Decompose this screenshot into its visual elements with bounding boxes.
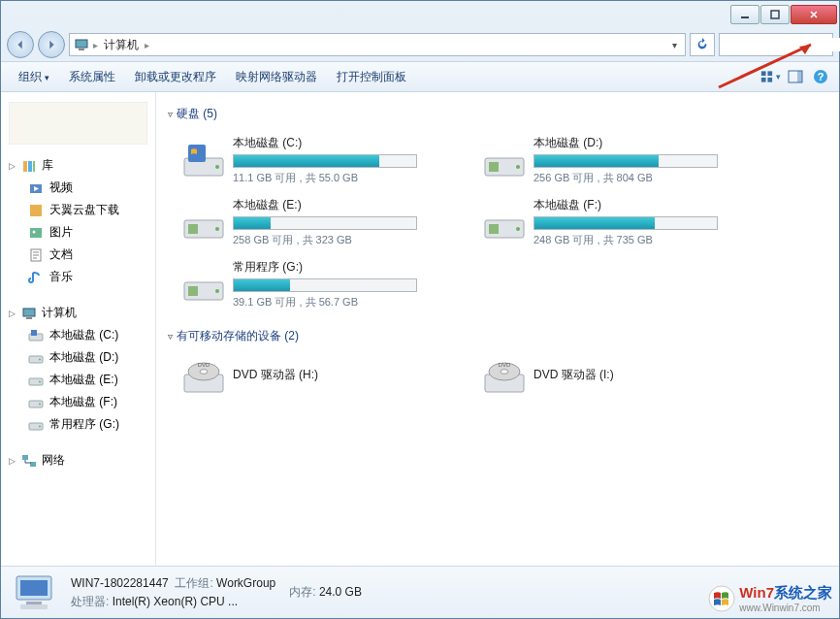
content-pane: ▿ 硬盘 (5) 本地磁盘 (C:) 11.1 GB 可用 , 共 55.0 G…: [156, 92, 839, 566]
svg-rect-61: [26, 602, 42, 604]
library-item-icon: [28, 225, 44, 241]
favorites-placeholder: [9, 102, 147, 145]
sidebar-libraries-label: 库: [42, 157, 53, 174]
svg-text:DVD: DVD: [198, 362, 210, 368]
toolbar: 组织▾ 系统属性 卸载或更改程序 映射网络驱动器 打开控制面板 ▾ ?: [1, 61, 839, 92]
chevron-right-icon: ▸: [93, 40, 98, 50]
svg-rect-15: [33, 161, 35, 172]
breadcrumb-computer[interactable]: 计算机: [102, 37, 141, 53]
search-input[interactable]: [724, 38, 840, 51]
refresh-button[interactable]: [690, 33, 715, 56]
collapse-icon: ▿: [168, 331, 173, 342]
sidebar-drive-item[interactable]: 本地磁盘 (D:): [1, 346, 155, 369]
drive-icon: [28, 373, 44, 388]
svg-rect-40: [489, 162, 499, 172]
sidebar-library-item[interactable]: 天翼云盘下载: [1, 199, 155, 221]
svg-rect-8: [767, 78, 772, 82]
drive-item[interactable]: 常用程序 (G:) 39.1 GB 可用 , 共 56.7 GB: [179, 256, 451, 312]
group-header-hdd[interactable]: ▿ 硬盘 (5): [168, 106, 827, 122]
drive-item[interactable]: 本地磁盘 (F:) 248 GB 可用 , 共 735 GB: [480, 194, 752, 250]
svg-point-50: [215, 289, 219, 293]
svg-rect-43: [188, 224, 198, 234]
libraries-icon: [21, 158, 37, 174]
details-pane: WIN7-1802281447 工作组: WorkGroup 处理器: Inte…: [1, 566, 839, 618]
dvd-drive-icon: DVD: [483, 357, 526, 396]
sidebar-network-header[interactable]: ▷ 网络: [1, 449, 155, 472]
drive-item[interactable]: 本地磁盘 (C:) 11.1 GB 可用 , 共 55.0 GB: [179, 132, 451, 188]
drive-stats: 39.1 GB 可用 , 共 56.7 GB: [233, 295, 448, 310]
sidebar-libraries-header[interactable]: ▷ 库: [1, 154, 155, 177]
view-options-button[interactable]: ▾: [759, 66, 781, 87]
drive-usage-bar: [233, 216, 417, 230]
sidebar-library-item[interactable]: 音乐: [1, 266, 155, 288]
minimize-button[interactable]: [730, 5, 759, 24]
sidebar-library-item[interactable]: 视频: [1, 177, 155, 199]
svg-text:DVD: DVD: [499, 362, 511, 368]
address-dropdown[interactable]: ▾: [668, 40, 681, 50]
help-button[interactable]: ?: [810, 66, 831, 87]
svg-point-44: [215, 227, 219, 231]
sidebar-drive-item[interactable]: 本地磁盘 (C:): [1, 324, 155, 346]
titlebar: [1, 1, 839, 28]
svg-rect-10: [797, 71, 802, 82]
close-button[interactable]: [791, 5, 837, 24]
optical-drive-item[interactable]: DVD DVD 驱动器 (I:): [480, 354, 752, 399]
svg-rect-5: [761, 71, 766, 76]
sidebar-drive-item[interactable]: 本地磁盘 (E:): [1, 369, 155, 391]
expand-icon: ▷: [9, 161, 16, 171]
group-header-removable[interactable]: ▿ 有可移动存储的设备 (2): [168, 328, 827, 344]
optical-drive-item[interactable]: DVD DVD 驱动器 (H:): [179, 354, 451, 399]
svg-point-31: [39, 403, 41, 405]
hard-drive-icon: [483, 141, 526, 179]
drive-name: 本地磁盘 (F:): [533, 197, 749, 213]
svg-rect-23: [26, 317, 32, 319]
svg-point-47: [516, 227, 520, 231]
nav-bar: ▸ 计算机 ▸ ▾: [1, 28, 839, 61]
svg-point-27: [39, 358, 41, 360]
svg-rect-60: [20, 580, 48, 596]
svg-rect-14: [28, 161, 32, 172]
organize-menu[interactable]: 组织▾: [9, 65, 59, 89]
svg-rect-7: [761, 78, 766, 82]
back-button[interactable]: [7, 31, 34, 58]
drive-item[interactable]: 本地磁盘 (E:) 258 GB 可用 , 共 323 GB: [179, 194, 451, 250]
drive-icon: [28, 350, 44, 366]
expand-icon: ▷: [9, 456, 16, 466]
search-box[interactable]: [719, 33, 833, 56]
sidebar-computer-header[interactable]: ▷ 计算机: [1, 302, 155, 324]
svg-rect-18: [30, 205, 42, 216]
sidebar-drive-item[interactable]: 常用程序 (G:): [1, 413, 155, 436]
svg-rect-46: [489, 224, 499, 234]
drive-usage-bar: [233, 278, 417, 292]
svg-rect-13: [23, 161, 27, 172]
maximize-button[interactable]: [760, 5, 790, 24]
library-item-icon: [28, 180, 44, 196]
library-item-icon: [28, 270, 44, 285]
uninstall-programs-button[interactable]: 卸载或更改程序: [125, 65, 226, 89]
hard-drive-icon: [182, 265, 225, 304]
svg-point-53: [200, 370, 208, 375]
system-properties-button[interactable]: 系统属性: [59, 65, 125, 89]
drive-item[interactable]: 本地磁盘 (D:) 256 GB 可用 , 共 804 GB: [480, 132, 752, 188]
address-bar[interactable]: ▸ 计算机 ▸ ▾: [69, 33, 686, 56]
hard-drive-icon: [182, 141, 225, 179]
svg-rect-3: [79, 49, 84, 50]
computer-icon: [11, 572, 57, 613]
svg-rect-49: [188, 286, 198, 296]
sidebar-computer-label: 计算机: [42, 305, 77, 321]
sidebar-drive-item[interactable]: 本地磁盘 (F:): [1, 391, 155, 413]
drive-stats: 258 GB 可用 , 共 323 GB: [233, 233, 448, 247]
svg-rect-2: [76, 40, 87, 48]
sidebar-library-item[interactable]: 文档: [1, 244, 155, 266]
drive-name: DVD 驱动器 (H:): [233, 367, 448, 383]
preview-pane-button[interactable]: [785, 66, 806, 87]
svg-point-41: [516, 165, 520, 169]
hard-drive-icon: [483, 203, 526, 242]
svg-point-20: [33, 230, 36, 233]
map-network-drive-button[interactable]: 映射网络驱动器: [226, 65, 327, 89]
open-control-panel-button[interactable]: 打开控制面板: [327, 65, 416, 89]
sidebar-library-item[interactable]: 图片: [1, 221, 155, 244]
forward-button[interactable]: [38, 31, 65, 58]
svg-rect-62: [20, 604, 48, 609]
svg-rect-0: [741, 16, 749, 18]
